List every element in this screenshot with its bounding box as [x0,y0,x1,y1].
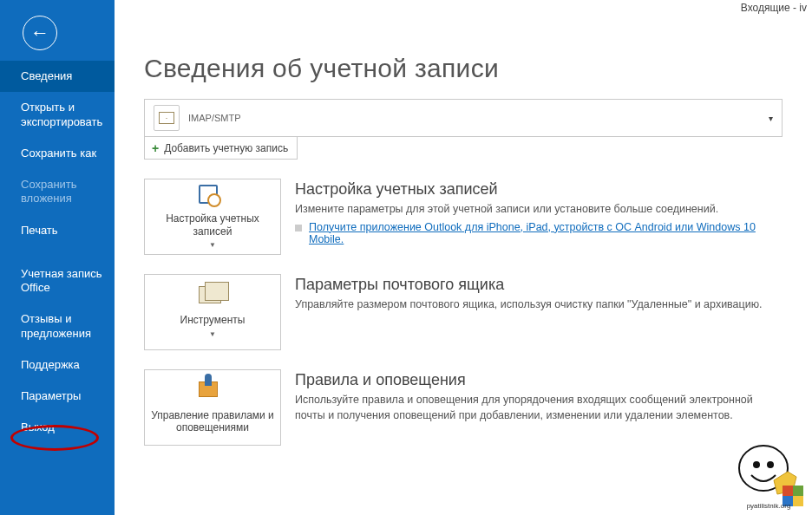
account-texts: IMAP/SMTP [188,113,241,123]
sidebar-item-save-attachments: Сохранить вложения [0,169,115,215]
section-title: Настройка учетных записей [295,180,783,199]
section-account-settings: Настройка учетных записей ▼ Настройка уч… [144,179,783,255]
sidebar-item-options[interactable]: Параметры [0,381,115,412]
svg-rect-4 [793,486,803,496]
section-title: Правила и оповещения [295,371,783,389]
sidebar-item-label: Сохранить как [21,147,96,160]
svg-point-1 [753,461,760,468]
envelope-icon [159,112,174,124]
chevron-down-icon: ▼ [209,241,216,249]
sidebar-item-label: Сохранить вложения [21,178,77,205]
section-rules-alerts: Управление правилами и оповещениями Прав… [144,369,783,446]
account-type-icon [154,105,180,131]
sidebar-item-label: Поддержка [21,358,80,371]
chevron-down-icon: ▼ [209,330,216,338]
main-content: Сведения об учетной записи IMAP/SMTP ▾ +… [115,0,812,515]
tools-icon [199,286,221,303]
sidebar-item-info[interactable]: Сведения [0,61,115,92]
sidebar-item-save-as[interactable]: Сохранить как [0,138,115,169]
watermark-text: pyatilistnik.org [729,502,809,510]
sidebar-item-label: Печать [21,224,58,237]
tools-button[interactable]: Инструменты ▼ [144,274,281,350]
backstage-sidebar: ← Сведения Открыть и экспортировать Сохр… [0,0,115,515]
bullet-icon [295,225,302,231]
plus-icon: + [152,141,159,155]
account-protocol: IMAP/SMTP [188,113,241,123]
section-desc: Измените параметры для этой учетной запи… [295,202,783,218]
section-title: Параметры почтового ящика [295,276,783,294]
svg-rect-3 [783,486,793,496]
add-account-button[interactable]: + Добавить учетную запись [144,137,298,160]
section-desc: Используйте правила и оповещения для упо… [295,393,783,423]
svg-point-2 [767,461,774,468]
back-arrow-icon: ← [30,23,49,42]
sidebar-item-print[interactable]: Печать [0,215,115,246]
back-button[interactable]: ← [23,16,57,50]
add-account-label: Добавить учетную запись [164,142,288,154]
watermark-logo: pyatilistnik.org [729,437,809,512]
rules-icon [199,381,218,397]
sidebar-item-label: Сведения [21,69,72,82]
sidebar-item-office-account[interactable]: Учетная запись Office [0,258,115,304]
sidebar-item-label: Открыть и экспортировать [21,101,102,127]
section-mailbox-settings: Инструменты ▼ Параметры почтового ящика … [144,274,783,350]
sidebar-item-label: Учетная запись Office [21,267,102,294]
tile-label: Инструменты [180,314,246,326]
sidebar-item-label: Отзывы и предложения [21,312,91,339]
account-settings-button[interactable]: Настройка учетных записей ▼ [144,179,281,255]
sidebar-item-label: Выход [21,420,55,434]
tile-label: Управление правилами и оповещениями [150,409,275,434]
sidebar-item-feedback[interactable]: Отзывы и предложения [0,303,115,349]
sidebar-item-support[interactable]: Поддержка [0,349,115,381]
mobile-app-promo-link[interactable]: Получите приложение Outlook для iPhone, … [309,221,783,245]
sidebar-item-label: Параметры [21,389,81,402]
account-settings-icon [199,185,218,204]
tile-label: Настройка учетных записей [150,212,275,238]
account-selector[interactable]: IMAP/SMTP ▾ [144,99,783,137]
page-title: Сведения об учетной записи [144,54,783,83]
section-desc: Управляйте размером почтового ящика, исп… [295,297,783,313]
sidebar-item-exit[interactable]: Выход [0,412,115,443]
chevron-down-icon: ▾ [769,114,773,123]
rules-alerts-button[interactable]: Управление правилами и оповещениями [144,369,281,446]
sidebar-item-open-export[interactable]: Открыть и экспортировать [0,92,115,138]
